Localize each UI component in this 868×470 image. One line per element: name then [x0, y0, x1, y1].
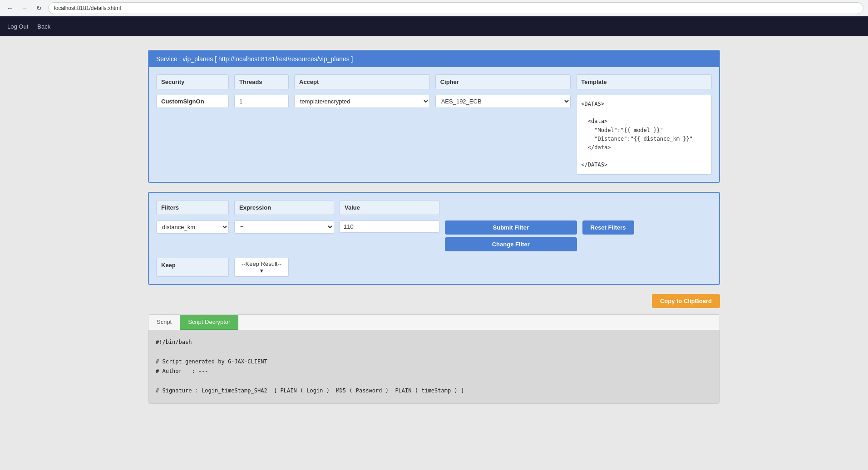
reload-button[interactable]: ↻: [34, 3, 44, 14]
security-value: CustomSignOn: [156, 95, 229, 108]
filter-select-container: distance_km model id: [156, 220, 229, 234]
service-header: Service : vip_planes [ http://localhost:…: [149, 51, 719, 67]
reset-actions: Reset Filters: [582, 220, 712, 235]
navbar: Log Out Back: [0, 16, 868, 36]
expression-label: Expression: [234, 200, 334, 215]
expression-select-container: = != < > <= >= like: [234, 220, 334, 234]
template-header: Template: [576, 74, 712, 89]
change-filter-button[interactable]: Change Filter: [445, 237, 577, 251]
filters-panel: Filters Expression Value distance_km mod…: [148, 192, 720, 285]
back-link[interactable]: Back: [37, 23, 50, 30]
filter-submit-actions: Submit Filter Change Filter: [445, 220, 577, 251]
keep-dropdown-arrow-icon: ▾: [260, 267, 263, 274]
filters-label: Filters: [156, 200, 229, 215]
cipher-select-container: AES_192_ECB AES_128_ECB AES_256_ECB DES_…: [435, 95, 571, 108]
forward-nav-button[interactable]: →: [19, 3, 30, 14]
url-bar[interactable]: [48, 2, 863, 14]
reset-filters-button[interactable]: Reset Filters: [582, 220, 634, 235]
value-input-container: [340, 220, 439, 233]
service-body: Security Threads Accept Cipher Template …: [149, 67, 719, 182]
browser-bar: ← → ↻: [0, 0, 868, 16]
keep-label: Keep: [156, 258, 229, 277]
accept-select[interactable]: template/encrypted application/json appl…: [294, 95, 430, 108]
accept-select-container: template/encrypted application/json appl…: [294, 95, 430, 108]
keep-dropdown-button[interactable]: --Keep Result-- ▾: [234, 258, 289, 277]
security-header: Security: [156, 74, 229, 89]
value-input[interactable]: [340, 220, 439, 233]
page-content: Service : vip_planes [ http://localhost:…: [139, 36, 729, 417]
tabs-header: Script Script Decryptor: [148, 315, 720, 330]
tabs-container: Script Script Decryptor #!/bin/bash # Sc…: [148, 314, 720, 404]
expression-select[interactable]: = != < > <= >= like: [234, 220, 334, 234]
keep-row: Keep --Keep Result-- ▾: [156, 258, 712, 277]
script-content: #!/bin/bash # Script generated by G-JAX-…: [148, 330, 720, 404]
logout-link[interactable]: Log Out: [7, 23, 28, 30]
tab-script[interactable]: Script: [148, 315, 180, 330]
service-grid: Security Threads Accept Cipher Template …: [156, 74, 712, 175]
filters-grid: Filters Expression Value distance_km mod…: [156, 200, 712, 251]
template-content: <DATAS> <data> "Model":"{{ model }}" "Di…: [576, 95, 712, 175]
submit-filter-button[interactable]: Submit Filter: [445, 220, 577, 235]
cipher-select[interactable]: AES_192_ECB AES_128_ECB AES_256_ECB DES_…: [435, 95, 571, 108]
keep-dropdown-label: --Keep Result--: [242, 260, 281, 267]
tab-script-decryptor[interactable]: Script Decryptor: [180, 315, 238, 330]
threads-value: 1: [234, 95, 289, 108]
filter-select[interactable]: distance_km model id: [156, 220, 229, 234]
threads-header: Threads: [234, 74, 289, 89]
keep-dropdown-container: --Keep Result-- ▾: [234, 258, 289, 277]
copy-bar: Copy to ClipBoard: [148, 294, 720, 308]
back-nav-button[interactable]: ←: [5, 3, 15, 14]
service-panel: Service : vip_planes [ http://localhost:…: [148, 50, 720, 183]
cipher-header: Cipher: [435, 74, 571, 89]
copy-to-clipboard-button[interactable]: Copy to ClipBoard: [652, 294, 720, 308]
accept-header: Accept: [294, 74, 430, 89]
value-label: Value: [340, 200, 439, 215]
